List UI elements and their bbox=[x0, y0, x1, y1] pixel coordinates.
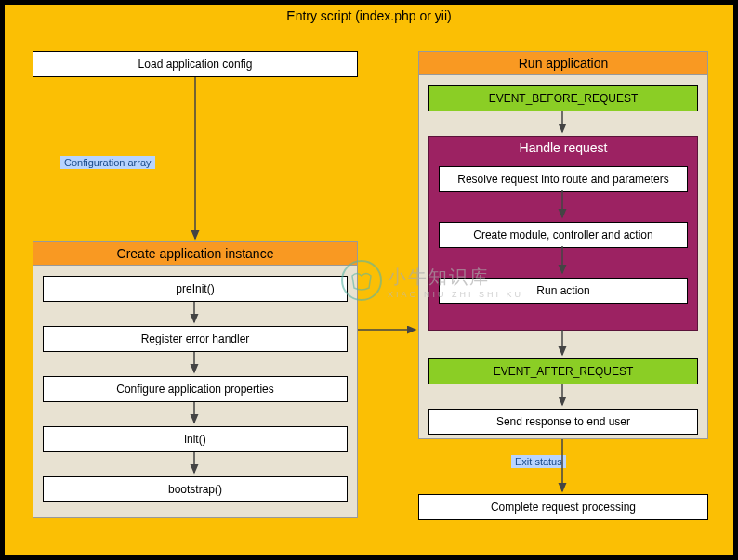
bootstrap-box: bootstrap() bbox=[43, 476, 348, 502]
create-instance-panel: Create application instance preInit() Re… bbox=[33, 241, 358, 518]
send-response-box: Send response to end user bbox=[428, 409, 698, 435]
entry-script-container: Entry script (index.php or yii) Load app… bbox=[4, 4, 734, 556]
watermark-en: XIAO NIU ZHI SHI KU bbox=[388, 290, 523, 299]
watermark-cn: 小牛知识库 bbox=[388, 265, 523, 290]
handle-title: Handle request bbox=[429, 137, 697, 159]
config-array-label: Configuration array bbox=[60, 156, 155, 169]
event-before-box: EVENT_BEFORE_REQUEST bbox=[428, 85, 698, 111]
init-box: init() bbox=[43, 426, 348, 452]
create-module-box: Create module, controller and action bbox=[439, 222, 688, 248]
event-after-box: EVENT_AFTER_REQUEST bbox=[428, 358, 698, 384]
handle-request-panel: Handle request Resolve request into rout… bbox=[428, 136, 698, 331]
complete-processing-box: Complete request processing bbox=[418, 494, 708, 520]
preinit-box: preInit() bbox=[43, 276, 348, 302]
run-application-panel: Run application EVENT_BEFORE_REQUEST Han… bbox=[418, 51, 708, 439]
resolve-request-box: Resolve request into route and parameter… bbox=[439, 166, 688, 192]
watermark-text: 小牛知识库 XIAO NIU ZHI SHI KU bbox=[388, 265, 523, 299]
diagram-title: Entry script (index.php or yii) bbox=[5, 5, 733, 27]
create-panel-title: Create application instance bbox=[33, 242, 357, 266]
configure-props-box: Configure application properties bbox=[43, 376, 348, 402]
watermark-logo bbox=[341, 260, 382, 301]
load-config-box: Load application config bbox=[33, 51, 358, 77]
exit-status-label: Exit status bbox=[511, 455, 566, 468]
run-panel-title: Run application bbox=[419, 52, 707, 75]
register-error-box: Register error handler bbox=[43, 326, 348, 352]
